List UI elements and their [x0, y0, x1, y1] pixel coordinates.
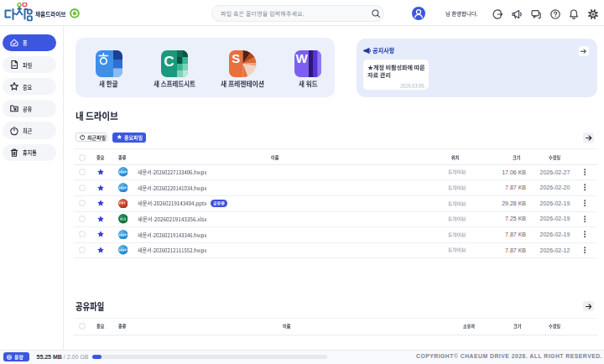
- svg-text:W: W: [296, 51, 309, 65]
- svg-text:C: C: [164, 54, 174, 70]
- svg-text:S: S: [232, 51, 240, 65]
